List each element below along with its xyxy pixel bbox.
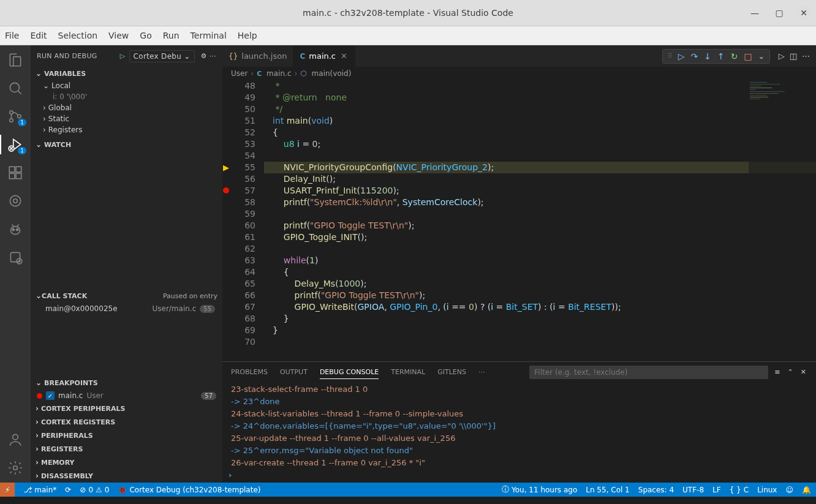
scope-static[interactable]: ›Static: [31, 113, 222, 124]
step-out-icon[interactable]: ↑: [717, 51, 725, 61]
language-mode[interactable]: { } C: [730, 486, 749, 494]
menu-file[interactable]: File: [5, 31, 19, 40]
cortex-periph-header[interactable]: ›CORTEX PERIPHERALS: [31, 402, 222, 415]
blame-indicator[interactable]: ⓘ You, 11 hours ago: [502, 484, 577, 495]
svg-rect-6: [9, 173, 15, 179]
scope-registers[interactable]: ›Registers: [31, 124, 222, 135]
collapse-icon[interactable]: ⌃: [787, 367, 795, 377]
more-icon[interactable]: ⋯: [478, 368, 485, 376]
breakpoint-dot-icon: [37, 393, 42, 399]
menu-edit[interactable]: Edit: [30, 31, 47, 40]
watch-header[interactable]: ⌄WATCH: [31, 138, 222, 151]
panel-tab-terminal[interactable]: TERMINAL: [391, 366, 425, 378]
disassembly-header[interactable]: ›DISASSEMBLY: [31, 469, 222, 483]
settings-icon[interactable]: ≡: [773, 367, 781, 377]
svg-point-13: [17, 228, 18, 230]
pause-status: Paused on entry: [163, 292, 217, 300]
menu-help[interactable]: Help: [238, 31, 257, 40]
gear-icon[interactable]: ⚙: [198, 52, 210, 60]
eol[interactable]: LF: [712, 486, 721, 494]
debug-badge: 1: [18, 147, 26, 154]
debug-console-output[interactable]: 23-stack-select-frame --thread 1 0-> 23^…: [222, 382, 816, 470]
callstack-header[interactable]: ⌄CALL STACKPaused on entry: [31, 289, 222, 303]
maximize-button[interactable]: ▢: [772, 6, 787, 20]
tab-main-c[interactable]: Cmain.c✕: [293, 45, 355, 67]
step-into-icon[interactable]: ↓: [704, 51, 711, 61]
close-icon[interactable]: ✕: [339, 51, 349, 61]
titlebar: main.c - ch32v208-template - Visual Stud…: [0, 0, 816, 26]
close-button[interactable]: ✕: [796, 6, 811, 20]
peripherals-header[interactable]: ›PERIPHERALS: [31, 429, 222, 442]
continue-icon[interactable]: ▷: [678, 51, 685, 61]
menu-go[interactable]: Go: [140, 31, 151, 40]
panel-tab-problems[interactable]: PROBLEMS: [231, 366, 268, 378]
close-panel-icon[interactable]: ✕: [799, 367, 807, 377]
bell-icon[interactable]: 🔔: [802, 486, 811, 494]
branch-indicator[interactable]: ⎇ main*: [23, 486, 56, 494]
os-indicator[interactable]: Linux: [757, 486, 777, 494]
split-editor-icon[interactable]: ◫: [790, 51, 797, 61]
breakpoints-header[interactable]: ⌄BREAKPOINTS: [31, 376, 222, 389]
more-icon[interactable]: ⋯: [802, 51, 810, 61]
memory-header[interactable]: ›MEMORY: [31, 456, 222, 469]
debug-status[interactable]: 🐞 Cortex Debug (ch32v208-template): [118, 486, 260, 494]
tab-launch-json[interactable]: {}launch.json: [222, 45, 293, 67]
breakpoint-row[interactable]: ✓ main.c User 57: [31, 389, 222, 402]
var-i[interactable]: i: 0 '\000': [31, 91, 222, 102]
menu-terminal[interactable]: Terminal: [191, 31, 227, 40]
breadcrumb[interactable]: User› C main.c› ⬡ main(void): [222, 67, 816, 80]
platformio-icon[interactable]: [7, 220, 24, 238]
drag-handle-icon[interactable]: ⠿: [668, 52, 672, 60]
minimap[interactable]: ▬▬▬▬▬▬▬▬▬▬▬▬▬▬▬▬▬▬▬▬▬▬▬▬▬▬▬▬▬▬▬▬▬▬▬▬▬▬▬▬…: [749, 80, 816, 344]
svg-point-17: [13, 466, 18, 470]
breakpoint-checkbox[interactable]: ✓: [46, 391, 55, 400]
menu-selection[interactable]: Selection: [58, 31, 98, 40]
extensions-icon[interactable]: [7, 164, 24, 181]
start-debug-icon[interactable]: ▷: [120, 52, 126, 60]
svg-point-16: [13, 434, 18, 440]
panel-tab-gitlens[interactable]: GITLENS: [437, 366, 466, 378]
scope-global[interactable]: ›Global: [31, 102, 222, 113]
scope-local[interactable]: ⌄Local: [31, 80, 222, 91]
variables-header[interactable]: ⌄VARIABLES: [31, 67, 222, 80]
svg-rect-7: [16, 173, 21, 179]
more-icon[interactable]: ⋯: [210, 52, 216, 60]
debug-dropdown-icon[interactable]: ⌄: [758, 52, 765, 61]
panel-tab-output[interactable]: OUTPUT: [280, 366, 308, 378]
restart-icon[interactable]: ↻: [731, 51, 738, 61]
menu-view[interactable]: View: [108, 31, 129, 40]
settings-icon[interactable]: [7, 459, 24, 476]
remote-indicator[interactable]: ⚡: [0, 483, 15, 497]
step-over-icon[interactable]: ↷: [690, 51, 698, 61]
tab-bar: {}launch.json Cmain.c✕ ⠿ ▷ ↷ ↓ ↑ ↻ □ ⌄ ▷…: [222, 45, 816, 67]
console-prompt[interactable]: ›: [222, 470, 816, 483]
indentation[interactable]: Spaces: 4: [638, 486, 674, 494]
svg-point-2: [10, 119, 13, 122]
search-icon[interactable]: [7, 80, 24, 97]
encoding[interactable]: UTF-8: [682, 486, 704, 494]
cortex-regs-header[interactable]: ›CORTEX REGISTERS: [31, 415, 222, 429]
scm-badge: 1: [18, 119, 26, 126]
stop-icon[interactable]: □: [744, 51, 752, 61]
gitlens-icon[interactable]: [7, 192, 24, 209]
eide-icon[interactable]: [7, 249, 24, 266]
panel-tab-debug-console[interactable]: DEBUG CONSOLE: [320, 366, 379, 379]
explorer-icon[interactable]: [7, 51, 24, 69]
menubar: FileEditSelectionViewGoRunTerminalHelp: [0, 26, 816, 45]
minimize-button[interactable]: —: [747, 6, 762, 20]
activity-bar: 1 1: [0, 45, 31, 483]
menu-run[interactable]: Run: [163, 31, 179, 40]
problems-indicator[interactable]: ⊘ 0 ⚠ 0: [80, 486, 109, 494]
registers-header[interactable]: ›REGISTERS: [31, 442, 222, 456]
debug-icon[interactable]: 1: [7, 136, 24, 153]
scm-icon[interactable]: 1: [7, 108, 24, 125]
cursor-position[interactable]: Ln 55, Col 1: [586, 486, 630, 494]
filter-input[interactable]: [529, 366, 768, 379]
debug-config-select[interactable]: Cortex Debu⌄: [129, 50, 195, 62]
sync-icon[interactable]: ⟳: [65, 486, 71, 494]
feedback-icon[interactable]: ☺: [785, 486, 793, 494]
code-editor[interactable]: ▶484950515253545556575859606162636465666…: [222, 80, 816, 361]
run-icon[interactable]: ▷: [779, 51, 785, 61]
stack-frame[interactable]: main@0x0000025e User/main.c55: [31, 303, 222, 315]
account-icon[interactable]: [7, 431, 24, 448]
